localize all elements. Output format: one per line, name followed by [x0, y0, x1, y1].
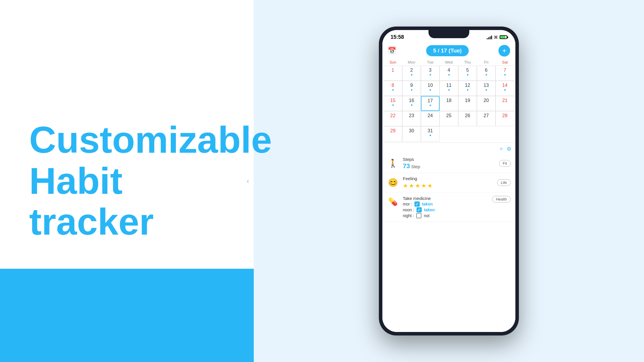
phone-inner: 15:58 ⌘ 📅: [382, 30, 515, 332]
calendar-day-number: 10: [428, 82, 433, 89]
calendar-dot: [448, 74, 450, 75]
calendar-cell[interactable]: 19: [458, 96, 477, 111]
calendar-day-number: 9: [410, 82, 413, 89]
filter-bar: ▿ ⚙: [382, 144, 515, 154]
feeling-stars: ★ ★ ★ ★ ★: [403, 182, 493, 189]
calendar-cell[interactable]: 31: [421, 126, 440, 141]
star-2: ★: [409, 182, 414, 189]
feeling-icon-wrap: 😊: [387, 177, 399, 189]
star-3: ★: [415, 182, 420, 189]
habit-item-medicine[interactable]: 💊 Take medicine mor : ✓ taken: [382, 192, 515, 222]
calendar-grid: 1234567891011121314151617181920212223242…: [382, 66, 515, 141]
calendar-cell[interactable]: [458, 126, 477, 141]
weekday-fri: Fri: [477, 59, 496, 66]
calendar-cell[interactable]: 7: [496, 66, 514, 81]
steps-tag[interactable]: Fit: [499, 160, 511, 167]
calendar-cell[interactable]: 27: [477, 111, 496, 126]
night-checkbox[interactable]: [416, 213, 421, 218]
medicine-name: Take medicine: [403, 196, 488, 201]
medicine-morning-row: mor : ✓ taken: [403, 201, 488, 207]
calendar-cell[interactable]: 4: [440, 66, 458, 81]
steps-details: Steps 73 Step: [403, 157, 495, 170]
calendar-day-number: 16: [409, 97, 414, 104]
calendar-cell[interactable]: 16: [402, 96, 421, 111]
calendar-weekdays: Sun Mon Tue Wed Thu Fri Sat: [382, 59, 515, 66]
calendar-cell[interactable]: [440, 126, 458, 141]
steps-number: 73: [403, 162, 410, 170]
calendar-cell[interactable]: 2: [402, 66, 421, 81]
calendar-day-number: 18: [446, 97, 452, 104]
add-button[interactable]: +: [498, 45, 510, 57]
steps-value: 73 Step: [403, 162, 495, 170]
hero-text: Customizable Habit tracker: [29, 120, 225, 242]
date-button[interactable]: 5 / 17 (Tue): [426, 45, 469, 56]
calendar-cell[interactable]: [477, 126, 496, 141]
calendar-dot: [392, 89, 394, 91]
calendar-cell[interactable]: 5: [458, 66, 477, 81]
calendar-cell[interactable]: [496, 126, 514, 141]
calendar-day-number: 20: [484, 97, 489, 104]
calendar-cell[interactable]: 21: [496, 96, 514, 111]
divider: [382, 143, 515, 143]
calendar-dot: [430, 135, 431, 136]
calendar-cell[interactable]: 14: [496, 81, 514, 96]
calendar-dot: [430, 89, 431, 91]
calendar-cell[interactable]: 23: [402, 111, 421, 126]
calendar-cell[interactable]: 1: [384, 66, 402, 81]
calendar-cell[interactable]: 25: [440, 111, 458, 126]
night-status: not: [424, 213, 429, 218]
morning-checkbox[interactable]: ✓: [414, 201, 420, 207]
medicine-noon-row: noon : ✓ taken: [403, 207, 488, 212]
calendar-dot: [430, 74, 431, 75]
calendar-cell[interactable]: 13: [477, 81, 496, 96]
settings-icon[interactable]: ⚙: [507, 146, 511, 152]
blue-bar: [0, 269, 254, 362]
calendar-cell[interactable]: 15: [384, 96, 402, 111]
calendar-cell[interactable]: 24: [421, 111, 440, 126]
calendar-day-number: 1: [392, 67, 394, 73]
left-arrow-icon[interactable]: ‹: [247, 177, 249, 185]
calendar-cell[interactable]: 29: [384, 126, 402, 141]
status-icons: ⌘: [487, 35, 507, 40]
medicine-icon: 💊: [388, 197, 398, 206]
calendar-cell[interactable]: 12: [458, 81, 477, 96]
star-4: ★: [421, 182, 426, 189]
weekday-thu: Thu: [458, 59, 477, 66]
calendar-cell[interactable]: 9: [402, 81, 421, 96]
habit-item-feeling[interactable]: 😊 Feeling ★ ★ ★ ★ ★ Life: [382, 173, 515, 192]
calendar-cell[interactable]: 30: [402, 126, 421, 141]
calendar-cell[interactable]: 18: [440, 96, 458, 111]
app-header: 📅 5 / 17 (Tue) +: [382, 42, 515, 59]
calendar-dot: [486, 74, 487, 75]
calendar-dot: [392, 104, 394, 106]
calendar-day-number: 21: [502, 97, 508, 104]
calendar-grid-icon[interactable]: 📅: [388, 47, 396, 55]
calendar-day-number: 17: [428, 98, 433, 104]
medicine-tag[interactable]: Health: [492, 196, 511, 203]
calendar-cell[interactable]: 17: [421, 96, 440, 111]
calendar-cell[interactable]: 22: [384, 111, 402, 126]
calendar-cell[interactable]: 10: [421, 81, 440, 96]
feeling-tag[interactable]: Life: [497, 179, 511, 186]
calendar-cell[interactable]: 28: [496, 111, 514, 126]
calendar-cell[interactable]: 11: [440, 81, 458, 96]
filter-icon[interactable]: ▿: [500, 146, 503, 152]
battery-fill: [500, 36, 505, 38]
steps-name: Steps: [403, 157, 495, 162]
phone-frame: 15:58 ⌘ 📅: [379, 27, 519, 335]
calendar-day-number: 5: [466, 67, 469, 73]
calendar-cell[interactable]: 6: [477, 66, 496, 81]
medicine-rows: mor : ✓ taken noon : ✓: [403, 201, 488, 218]
habit-list: 🚶 Steps 73 Step Fit: [382, 154, 515, 332]
habit-item-steps[interactable]: 🚶 Steps 73 Step Fit: [382, 154, 515, 173]
calendar-cell[interactable]: 8: [384, 81, 402, 96]
app-content: 📅 5 / 17 (Tue) + Sun Mon Tue Wed Thu Fri…: [382, 42, 515, 332]
noon-checkbox[interactable]: ✓: [416, 207, 422, 212]
calendar-dot: [448, 89, 450, 91]
calendar-cell[interactable]: 26: [458, 111, 477, 126]
calendar-cell[interactable]: 3: [421, 66, 440, 81]
weekday-tue: Tue: [421, 59, 440, 66]
calendar-dot: [467, 74, 468, 75]
calendar-cell[interactable]: 20: [477, 96, 496, 111]
calendar-day-number: 7: [504, 67, 506, 73]
